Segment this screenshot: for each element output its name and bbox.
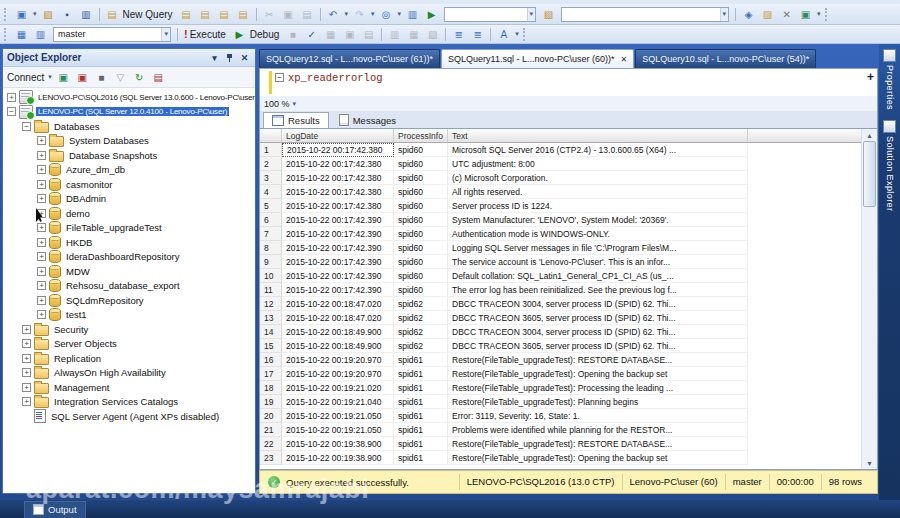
browse-icon[interactable]: ◈ xyxy=(740,7,757,22)
grid-cell[interactable]: System Manufacturer: 'LENOVO', System Mo… xyxy=(448,213,748,227)
expand-toggle-icon[interactable]: + xyxy=(22,354,31,363)
row-number-cell[interactable]: 6 xyxy=(260,213,282,227)
grid-cell[interactable]: spid60 xyxy=(394,185,448,199)
refresh-icon[interactable]: ↻ xyxy=(131,70,148,85)
grid-cell[interactable]: spid60 xyxy=(394,255,448,269)
grid-cell[interactable]: 2015-10-22 00:18:49.900 xyxy=(282,339,394,353)
indent-decrease-icon[interactable]: ≣ xyxy=(450,27,467,42)
collapse-toggle-icon[interactable]: − xyxy=(7,107,16,116)
row-number-cell[interactable]: 7 xyxy=(260,227,282,241)
grid-cell[interactable]: 2015-10-22 00:19:21.050 xyxy=(282,423,394,437)
row-number-cell[interactable]: 20 xyxy=(260,409,282,423)
grid-cell[interactable]: The service account is 'Lenovo-PC\user'.… xyxy=(448,255,748,269)
expand-toggle-icon[interactable]: + xyxy=(7,93,16,102)
tree-item-test1[interactable]: +test1 xyxy=(3,308,255,323)
tree-item-rehsosu-database-export[interactable]: +Rehsosu_database_export xyxy=(3,279,255,294)
grid-cell[interactable]: Logging SQL Server messages in file 'C:\… xyxy=(448,241,748,255)
tree-item-replication[interactable]: +Replication xyxy=(3,351,255,366)
mdx-query-icon[interactable]: ▤ xyxy=(197,7,214,22)
document-tab-sqlquery11-sql[interactable]: SQLQuery11.sql - L...novo-PC\user (60))*… xyxy=(441,49,634,68)
play-icon[interactable]: ▶ xyxy=(423,7,440,22)
table-row[interactable]: 142015-10-22 00:18:49.900spid62DBCC TRAC… xyxy=(260,325,877,339)
tree-item-lenovo-pc-sql2016-sql-server-13-[interactable]: +LENOVO-PC\SQL2016 (SQL Server 13.0.600 … xyxy=(3,90,255,105)
expand-toggle-icon[interactable]: + xyxy=(37,180,46,189)
column-header-processinfo[interactable]: ProcessInfo xyxy=(394,129,448,143)
table-row[interactable]: 112015-10-22 00:17:42.390spid60The error… xyxy=(260,283,877,297)
row-number-cell[interactable]: 18 xyxy=(260,381,282,395)
connect-dropdown-icon[interactable]: ▾ xyxy=(48,73,52,81)
row-number-cell[interactable]: 2 xyxy=(260,157,282,171)
grid-cell[interactable]: Restore(FileTable_upgradeTest): Processi… xyxy=(448,381,748,395)
grid-cell[interactable]: 2015-10-22 00:17:42.390 xyxy=(282,283,394,297)
available-databases-combo-dropdown-icon[interactable]: ▾ xyxy=(161,28,170,41)
grid-cell[interactable]: spid62 xyxy=(394,311,448,325)
tree-item-demo[interactable]: +demo xyxy=(3,206,255,221)
dropdown-arrow-icon[interactable]: ▾ xyxy=(371,10,375,18)
grid-cell[interactable]: spid61 xyxy=(394,395,448,409)
tree-item-ideradashboardrepository[interactable]: +IderaDashboardRepository xyxy=(3,250,255,265)
table-row[interactable]: 52015-10-22 00:17:42.380spid60Server pro… xyxy=(260,199,877,213)
grid-cell[interactable]: spid62 xyxy=(394,297,448,311)
grid-cell[interactable]: spid60 xyxy=(394,283,448,297)
table-row[interactable]: 182015-10-22 00:19:21.020spid61Restore(F… xyxy=(260,381,877,395)
table-row[interactable]: 152015-10-22 00:18:49.900spid62DBCC TRAC… xyxy=(260,339,877,353)
activity-monitor-icon[interactable]: ▥ xyxy=(404,7,421,22)
grid-cell[interactable]: 2015-10-22 00:17:42.390 xyxy=(282,269,394,283)
row-number-cell[interactable]: 3 xyxy=(260,171,282,185)
expand-toggle-icon[interactable]: + xyxy=(37,151,46,160)
toolbar-grip[interactable] xyxy=(523,28,527,41)
table-row[interactable]: 12015-10-22 00:17:42.380spid60Microsoft … xyxy=(260,143,877,157)
save-all-icon[interactable]: ▥ xyxy=(78,7,95,22)
new-query-button[interactable]: New Query xyxy=(123,9,173,20)
table-row[interactable]: 102015-10-22 00:17:42.390spid60Default c… xyxy=(260,269,877,283)
grid-cell[interactable]: DBCC TRACEON 3605, server process ID (SP… xyxy=(448,339,748,353)
expand-toggle-icon[interactable]: + xyxy=(22,368,31,377)
table-row[interactable]: 32015-10-22 00:17:42.380spid60(c) Micros… xyxy=(260,171,877,185)
tree-item-server-objects[interactable]: +Server Objects xyxy=(3,337,255,352)
grid-cell[interactable]: Restore(FileTable_upgradeTest): Planning… xyxy=(448,395,748,409)
scroll-down-icon[interactable]: ▼ xyxy=(866,457,873,469)
table-row[interactable]: 72015-10-22 00:17:42.390spid60Authentica… xyxy=(260,227,877,241)
disconnect-server-icon[interactable]: ▣ xyxy=(74,70,91,85)
row-number-cell[interactable]: 23 xyxy=(260,451,282,465)
table-row[interactable]: 232015-10-22 00:19:38.900spid61Restore(F… xyxy=(260,451,877,465)
column-header-logdate[interactable]: LogDate xyxy=(282,129,394,143)
tab-results[interactable]: Results xyxy=(263,112,329,128)
expand-toggle-icon[interactable]: + xyxy=(37,194,46,203)
expand-toggle-icon[interactable]: + xyxy=(37,136,46,145)
dropdown-arrow-icon[interactable]: ▾ xyxy=(33,10,37,18)
new-query-icon[interactable]: ▤ xyxy=(104,7,121,22)
grid-cell[interactable]: spid61 xyxy=(394,409,448,423)
side-tab-solution-explorer[interactable]: Solution Explorer xyxy=(883,120,896,211)
tree-item-database-snapshots[interactable]: +Database Snapshots xyxy=(3,148,255,163)
tree-item-filetable-upgradetest[interactable]: +FileTable_upgradeTest xyxy=(3,221,255,236)
grid-cell[interactable]: 2015-10-22 00:17:42.380 xyxy=(282,185,394,199)
collapse-region-icon[interactable]: − xyxy=(275,73,284,82)
tree-item-alwayson-high-availability[interactable]: +AlwaysOn High Availability xyxy=(3,366,255,381)
grid-cell[interactable]: UTC adjustment: 8:00 xyxy=(448,157,748,171)
table-row[interactable]: 92015-10-22 00:17:42.390spid60The servic… xyxy=(260,255,877,269)
tree-item-management[interactable]: +Management xyxy=(3,380,255,395)
template-explorer-icon[interactable]: ▨ xyxy=(759,7,776,22)
document-tab-sqlquery10-sql[interactable]: SQLQuery10.sql - L...novo-PC\user (54))* xyxy=(635,49,816,68)
tools-x-icon[interactable]: ✕ xyxy=(778,7,795,22)
zoom-dropdown-icon[interactable]: ▾ xyxy=(293,100,297,108)
grid-cell[interactable]: spid60 xyxy=(394,171,448,185)
query-editor[interactable]: − xp_readerrorlog + xyxy=(259,68,878,96)
splitter-handle-icon[interactable]: + xyxy=(867,70,874,84)
table-row[interactable]: 132015-10-22 00:18:47.020spid62DBCC TRAC… xyxy=(260,311,877,325)
grid-cell[interactable]: 2015-10-22 00:17:42.380 xyxy=(282,157,394,171)
tree-item-security[interactable]: +Security xyxy=(3,322,255,337)
grid-cell[interactable]: 2015-10-22 00:17:42.380 xyxy=(282,171,394,185)
grid-cell[interactable]: All rights reserved. xyxy=(448,185,748,199)
grid-cell[interactable]: Problems were identified while planning … xyxy=(448,423,748,437)
document-tab-sqlquery12-sql[interactable]: SQLQuery12.sql - L...novo-PC\user (61))* xyxy=(259,49,440,68)
undo-icon[interactable]: ↶ xyxy=(325,7,342,22)
table-row[interactable]: 172015-10-22 00:19:20.970spid61Restore(F… xyxy=(260,367,877,381)
sql-code[interactable]: xp_readerrorlog xyxy=(288,72,383,84)
row-number-cell[interactable]: 22 xyxy=(260,437,282,451)
connect-button[interactable]: Connect xyxy=(7,72,44,83)
table-row[interactable]: 162015-10-22 00:19:20.970spid61Restore(F… xyxy=(260,353,877,367)
row-number-cell[interactable]: 19 xyxy=(260,395,282,409)
toolbar-combo-1[interactable]: ▾ xyxy=(444,7,536,22)
